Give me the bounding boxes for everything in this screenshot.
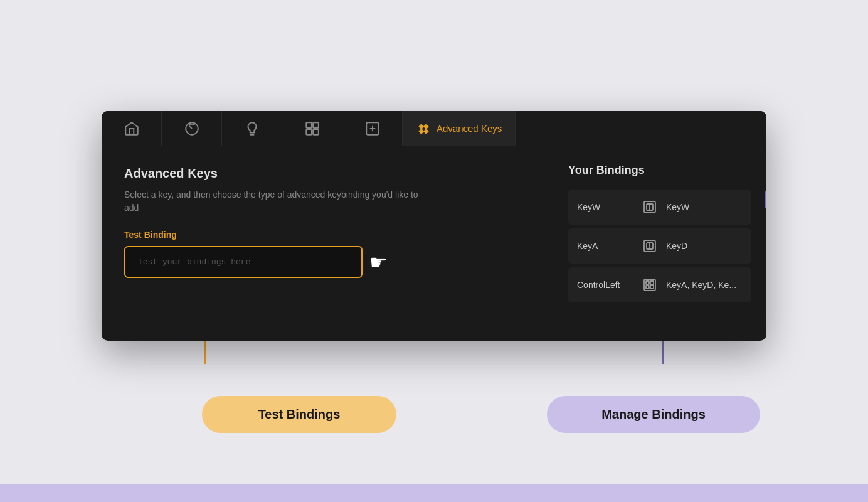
svg-rect-14 [418,128,424,134]
binding-value-2: KeyD [666,241,687,251]
binding-row[interactable]: KeyA KeyD [568,228,751,264]
binding-key-2: KeyA [577,241,633,251]
scroll-thumb [765,190,766,209]
advanced-keys-tab-label: Advanced Keys [437,123,502,134]
tab-bar: Advanced Keys [102,111,766,146]
binding-value-1: KeyW [666,202,689,212]
svg-rect-25 [646,286,649,289]
diamond-icon [415,120,431,137]
page-title: Advanced Keys [124,166,530,181]
tab-lightbulb[interactable] [222,111,282,146]
tab-plus[interactable] [342,111,403,146]
bindings-title: Your Bindings [568,164,751,177]
page-description: Select a key, and then choose the type o… [124,188,425,215]
binding-row[interactable]: ControlLeft KeyA, KeyD, Ke... [568,267,751,302]
binding-icon-1 [640,197,660,217]
svg-rect-15 [423,128,429,134]
binding-label: Test Binding [124,230,530,240]
binding-icon-2 [640,236,660,256]
test-input-wrapper: ☛ [124,246,363,278]
svg-rect-26 [650,286,654,289]
binding-icon-3 [640,275,660,295]
svg-rect-7 [313,129,319,135]
svg-rect-24 [650,281,654,284]
binding-row[interactable]: KeyW KeyW [568,190,751,225]
binding-value-3: KeyA, KeyD, Ke... [666,280,736,290]
tab-gauge[interactable] [162,111,222,146]
test-binding-input[interactable] [124,246,363,278]
svg-rect-5 [306,122,312,128]
binding-key-1: KeyW [577,202,633,212]
tab-home[interactable] [102,111,162,146]
app-window: Advanced Keys Advanced Keys Select a key… [102,111,766,341]
svg-rect-23 [646,281,649,284]
right-panel: Your Bindings KeyW KeyW KeyA [553,146,766,341]
cursor-hand-icon: ☛ [369,250,388,274]
bottom-bar [0,484,868,502]
content-area: Advanced Keys Select a key, and then cho… [102,146,766,341]
svg-rect-8 [306,129,312,135]
test-bindings-bubble: Test Bindings [202,396,396,433]
tab-advanced-keys[interactable]: Advanced Keys [403,111,516,146]
svg-rect-12 [418,124,424,129]
tab-layout[interactable] [282,111,342,146]
left-panel: Advanced Keys Select a key, and then cho… [102,146,553,341]
binding-key-3: ControlLeft [577,280,633,290]
svg-rect-6 [313,122,319,128]
svg-rect-13 [423,124,429,129]
manage-bindings-bubble: Manage Bindings [547,396,760,433]
